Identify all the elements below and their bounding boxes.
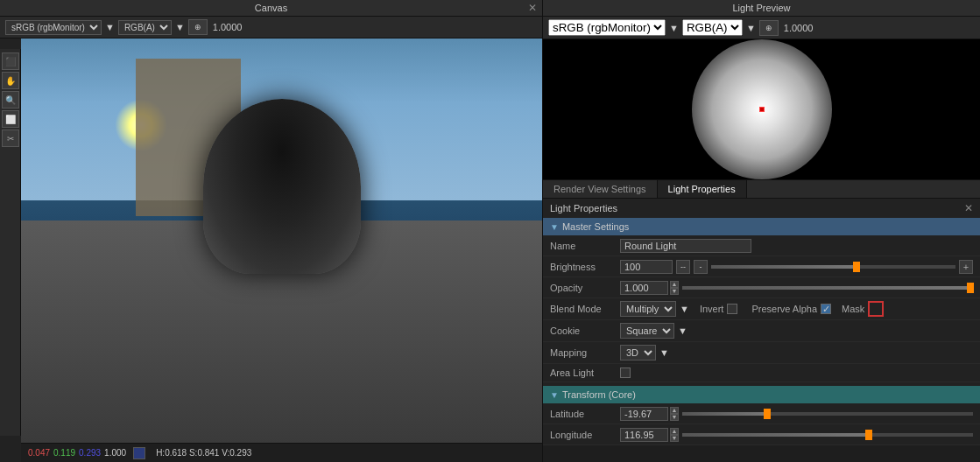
canvas-title: Canvas	[255, 3, 287, 13]
light-preview-title-bar: Light Preview	[543, 0, 980, 17]
longitude-slider[interactable]	[682, 433, 973, 437]
name-row: Name	[543, 235, 980, 256]
canvas-color-icon[interactable]: ⊕	[188, 19, 208, 35]
latitude-input[interactable]	[620, 407, 668, 421]
opacity-slider-fill	[682, 286, 973, 290]
mask-checkbox[interactable]	[868, 301, 884, 317]
tab-light-properties[interactable]: Light Properties	[658, 180, 747, 198]
latitude-up-arrow[interactable]: ▲	[670, 407, 679, 414]
brightness-slider-handle[interactable]	[853, 262, 860, 272]
preserve-alpha-label: Preserve Alpha	[751, 304, 817, 314]
light-preview-colorspace-select[interactable]: sRGB (rgbMonitor)	[548, 19, 666, 36]
blend-mode-value-wrap: Multiply ▼ Invert Preserve Alpha ✓ Mask	[620, 301, 973, 317]
tab-render-view[interactable]: Render View Settings	[543, 180, 658, 198]
invert-label: Invert	[700, 304, 724, 314]
light-preview-channels-select[interactable]: RGB(A)	[682, 19, 743, 36]
longitude-down-arrow[interactable]: ▼	[670, 435, 679, 442]
light-properties-header-label: Light Properties	[550, 203, 617, 214]
latitude-arrows: ▲ ▼	[670, 407, 679, 421]
longitude-row: Longitude ▲ ▼	[543, 424, 980, 445]
brightness-slider[interactable]	[711, 265, 955, 269]
name-value-wrap	[620, 239, 973, 253]
props-content: Light Properties ✕ ▼ Master Settings Nam…	[543, 199, 980, 445]
blend-mode-select[interactable]: Multiply	[620, 301, 676, 317]
hand-tool-btn[interactable]: ✋	[2, 72, 19, 89]
dark-object	[203, 99, 361, 274]
transform-label: Transform (Core)	[562, 389, 636, 400]
transform-section[interactable]: ▼ Transform (Core)	[543, 386, 980, 403]
preserve-alpha-checkbox[interactable]: ✓	[821, 304, 831, 314]
latitude-down-arrow[interactable]: ▼	[670, 414, 679, 421]
canvas-panel: Canvas ✕ sRGB (rgbMonitor) ▼ RGB(A) ▼ ⊕ …	[0, 0, 543, 462]
cookie-label: Cookie	[550, 326, 620, 336]
area-light-checkbox[interactable]	[620, 368, 631, 378]
mapping-row: Mapping 3D ▼	[543, 342, 980, 364]
opacity-up-arrow[interactable]: ▲	[670, 281, 679, 288]
canvas-image	[21, 38, 542, 443]
right-panel: Light Preview sRGB (rgbMonitor) ▼ RGB(A)…	[543, 0, 980, 462]
brightness-minus-btn[interactable]: -	[694, 260, 708, 274]
brightness-value-wrap: -- - +	[620, 260, 973, 274]
brightness-label: Brightness	[550, 262, 620, 272]
select-tool-btn[interactable]: ⬛	[2, 52, 19, 70]
mapping-value-wrap: 3D ▼	[620, 345, 973, 360]
status-b: 0.293	[79, 448, 101, 458]
latitude-spinner: ▲ ▼	[620, 407, 679, 421]
blend-mode-label: Blend Mode	[550, 304, 620, 314]
canvas-colorspace-select[interactable]: sRGB (rgbMonitor)	[5, 20, 102, 35]
master-settings-section[interactable]: ▼ Master Settings	[543, 218, 980, 235]
crop-tool-btn[interactable]: ✂	[2, 130, 19, 147]
canvas-channels-select[interactable]: RGB(A)	[118, 20, 172, 35]
cookie-select[interactable]: Square	[620, 323, 674, 339]
canvas-value: 1.0000	[213, 22, 243, 32]
latitude-row: Latitude ▲ ▼	[543, 403, 980, 424]
latitude-slider-fill	[682, 412, 770, 416]
transform-arrow-icon: ▼	[550, 390, 559, 400]
status-g: 0.119	[53, 448, 75, 458]
longitude-value-wrap: ▲ ▼	[620, 428, 973, 442]
area-light-row: Area Light	[543, 364, 980, 382]
brightness-row: Brightness -- - +	[543, 256, 980, 277]
status-color-swatch	[133, 447, 145, 459]
opacity-spinner: ▲ ▼	[620, 281, 679, 295]
light-preview-title: Light Preview	[732, 3, 790, 13]
brightness-plus-btn[interactable]: +	[959, 260, 973, 274]
brightness-input[interactable]	[620, 260, 673, 274]
props-close-icon[interactable]: ✕	[964, 202, 973, 214]
name-label: Name	[550, 241, 620, 251]
opacity-slider-handle[interactable]	[967, 283, 974, 293]
longitude-arrows: ▲ ▼	[670, 428, 679, 442]
mapping-select[interactable]: 3D	[620, 345, 656, 360]
longitude-input[interactable]	[620, 428, 668, 442]
opacity-label: Opacity	[550, 283, 620, 293]
light-preview-viewport	[543, 39, 980, 179]
opacity-row: Opacity ▲ ▼	[543, 277, 980, 298]
master-arrow-icon: ▼	[550, 222, 559, 232]
opacity-arrows: ▲ ▼	[670, 281, 679, 295]
opacity-slider[interactable]	[682, 286, 973, 290]
brightness-slider-fill	[711, 265, 857, 269]
longitude-up-arrow[interactable]: ▲	[670, 428, 679, 435]
latitude-slider[interactable]	[682, 412, 973, 416]
marquee-tool-btn[interactable]: ⬜	[2, 110, 19, 128]
latitude-value-wrap: ▲ ▼	[620, 407, 973, 421]
cookie-value-wrap: Square ▼	[620, 323, 973, 339]
light-preview-toolbar: sRGB (rgbMonitor) ▼ RGB(A) ▼ ⊕ 1.0000	[543, 17, 980, 39]
brightness-minus-minus-btn[interactable]: --	[676, 260, 690, 274]
canvas-close-icon[interactable]: ✕	[528, 2, 537, 14]
area-light-label: Area Light	[550, 368, 620, 378]
invert-checkbox[interactable]	[727, 304, 737, 314]
zoom-tool-btn[interactable]: 🔍	[2, 91, 19, 108]
latitude-label: Latitude	[550, 409, 620, 419]
light-preview-color-icon[interactable]: ⊕	[759, 20, 779, 36]
name-input[interactable]	[620, 239, 751, 253]
light-center-dot	[759, 107, 765, 112]
opacity-input[interactable]	[620, 281, 668, 295]
longitude-slider-handle[interactable]	[865, 430, 872, 440]
canvas-viewport[interactable]	[21, 38, 542, 443]
opacity-down-arrow[interactable]: ▼	[670, 288, 679, 295]
opacity-value-wrap: ▲ ▼	[620, 281, 973, 295]
latitude-slider-handle[interactable]	[764, 409, 771, 419]
light-sphere	[692, 39, 832, 179]
blend-mode-row: Blend Mode Multiply ▼ Invert Preserve Al…	[543, 298, 980, 320]
